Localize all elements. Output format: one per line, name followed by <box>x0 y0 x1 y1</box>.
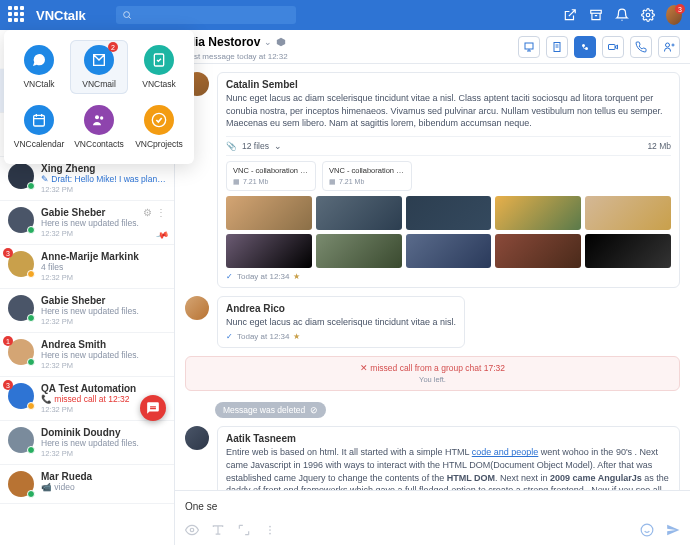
apps-grid-button[interactable] <box>8 6 26 24</box>
file-attachment[interactable]: VNC - collaboration tool.pdf▦ 7.21 Mb <box>322 161 412 191</box>
archive-icon[interactable] <box>588 7 604 23</box>
app-tile-vnccalendar[interactable]: VNCcalendar <box>10 100 68 154</box>
conversation-item[interactable]: Mar Rueda 📹 video <box>0 465 174 504</box>
svg-rect-16 <box>34 115 45 126</box>
app-tile-vnctalk[interactable]: VNCtalk <box>10 40 68 94</box>
link[interactable]: code and people <box>472 447 539 457</box>
image-thumbnail[interactable] <box>495 196 581 230</box>
svg-point-17 <box>95 115 99 119</box>
search-icon <box>122 10 132 20</box>
new-chat-fab[interactable] <box>140 395 166 421</box>
gear-icon[interactable] <box>640 7 656 23</box>
image-thumbnail[interactable] <box>316 234 402 268</box>
conversation-item[interactable]: 3 Anne-Marije Markink 4 files 12:32 PM <box>0 245 174 289</box>
image-thumbnail[interactable] <box>316 196 402 230</box>
user-avatar[interactable]: 3 <box>666 7 682 23</box>
app-tile-label: VNCcalendar <box>14 139 65 149</box>
call-button[interactable] <box>630 36 652 58</box>
conversation-preview: Here is new updated files. <box>41 350 166 360</box>
message-text: Nunc eget lacus ac diam scelerisque tinc… <box>226 316 456 329</box>
message: Aatik Tasneem Entire web is based on htm… <box>185 426 680 490</box>
app-tile-label: VNCtask <box>142 79 176 89</box>
app-tile-vncprojects[interactable]: VNCprojects <box>130 100 188 154</box>
svg-point-12 <box>269 529 271 531</box>
expand-icon[interactable] <box>237 523 251 537</box>
whiteboard-button[interactable] <box>518 36 540 58</box>
svg-point-10 <box>190 528 194 532</box>
conversation-name: Gabie Sheber <box>41 295 166 306</box>
search-input[interactable] <box>116 6 296 24</box>
document-button[interactable] <box>546 36 568 58</box>
emoji-icon[interactable] <box>640 523 654 537</box>
conversation-name: Dominik Doudny <box>41 427 166 438</box>
conversation-preview: 4 files <box>41 262 166 272</box>
video-call-button[interactable] <box>602 36 624 58</box>
eye-icon[interactable] <box>185 523 199 537</box>
app-switcher-popup: VNCtalk VNCmail 2 VNCtask VNCcalendar VN… <box>4 30 194 164</box>
bell-icon[interactable] <box>614 7 630 23</box>
image-thumbnail[interactable] <box>406 196 492 230</box>
add-user-button[interactable] <box>658 36 680 58</box>
avatar: 3 <box>8 251 34 277</box>
avatar <box>8 163 34 189</box>
app-tile-label: VNCprojects <box>135 139 183 149</box>
conversation-preview: Here is new updated files. <box>41 306 166 316</box>
conversation-time: 12:32 PM <box>41 229 141 238</box>
message: Catalin Sembel Nunc eget lacus ac diam s… <box>185 72 680 288</box>
gear-icon[interactable]: ⚙ <box>143 207 153 217</box>
svg-point-11 <box>269 526 271 528</box>
svg-point-9 <box>666 43 670 47</box>
svg-point-3 <box>646 13 650 17</box>
conversation-name: QA Test Automation <box>41 383 166 394</box>
external-icon[interactable] <box>562 7 578 23</box>
send-button[interactable] <box>666 523 680 537</box>
svg-rect-4 <box>525 43 533 49</box>
chevron-down-icon[interactable]: ⌄ <box>264 37 272 47</box>
file-attachment[interactable]: VNC - collaboration tool.pdf▦ 7.21 Mb <box>226 161 316 191</box>
more-icon[interactable]: ⋮ <box>156 207 166 217</box>
svg-rect-2 <box>591 10 602 13</box>
star-icon[interactable]: ★ <box>293 272 300 281</box>
image-thumbnail[interactable] <box>585 234 671 268</box>
pin-icon: 📌 <box>155 228 170 242</box>
avatar: 1 <box>8 339 34 365</box>
more-icon[interactable] <box>263 523 277 537</box>
pdf-icon: ▦ <box>233 178 240 186</box>
preview-button[interactable] <box>574 36 596 58</box>
conversation-time: 12:32 PM <box>41 361 166 370</box>
avatar <box>8 295 34 321</box>
check-icon <box>144 105 174 135</box>
attachment-icon: 📎 <box>226 141 237 151</box>
image-thumbnail[interactable] <box>495 234 581 268</box>
conversation-name: Xing Zheng <box>41 163 166 174</box>
message-input[interactable] <box>185 501 680 512</box>
image-thumbnail[interactable] <box>585 196 671 230</box>
svg-point-13 <box>269 533 271 535</box>
conversation-item[interactable]: Gabie Sheber Here is new updated files. … <box>0 201 174 245</box>
app-tile-vncmail[interactable]: VNCmail 2 <box>70 40 128 94</box>
svg-point-18 <box>100 116 103 119</box>
avatar <box>185 426 209 450</box>
message-author: Aatik Tasneem <box>226 433 671 444</box>
image-thumbnail[interactable] <box>226 234 312 268</box>
svg-line-1 <box>129 17 131 19</box>
message-text: Entire web is based on html. It all star… <box>226 446 671 490</box>
message-author: Andrea Rico <box>226 303 456 314</box>
star-icon[interactable]: ★ <box>293 332 300 341</box>
app-tile-vnctask[interactable]: VNCtask <box>130 40 188 94</box>
conversation-item[interactable]: Dominik Doudny Here is new updated files… <box>0 421 174 465</box>
check-icon: ✓ <box>226 272 233 281</box>
files-total-size: 12 Mb <box>647 141 671 151</box>
chevron-down-icon[interactable]: ⌄ <box>274 141 282 151</box>
image-thumbnail[interactable] <box>406 234 492 268</box>
chat-title: Mia Nestorov <box>185 35 260 49</box>
conversation-item[interactable]: Gabie Sheber Here is new updated files. … <box>0 289 174 333</box>
svg-point-14 <box>641 524 653 536</box>
app-tile-vnccontacts[interactable]: VNCcontacts <box>70 100 128 154</box>
image-thumbnail[interactable] <box>226 196 312 230</box>
files-count[interactable]: 12 files <box>242 141 269 151</box>
conversation-time: 12:32 PM <box>41 449 166 458</box>
format-icon[interactable] <box>211 523 225 537</box>
archive-badge-icon <box>276 33 286 51</box>
conversation-item[interactable]: 1 Andrea Smith Here is new updated files… <box>0 333 174 377</box>
